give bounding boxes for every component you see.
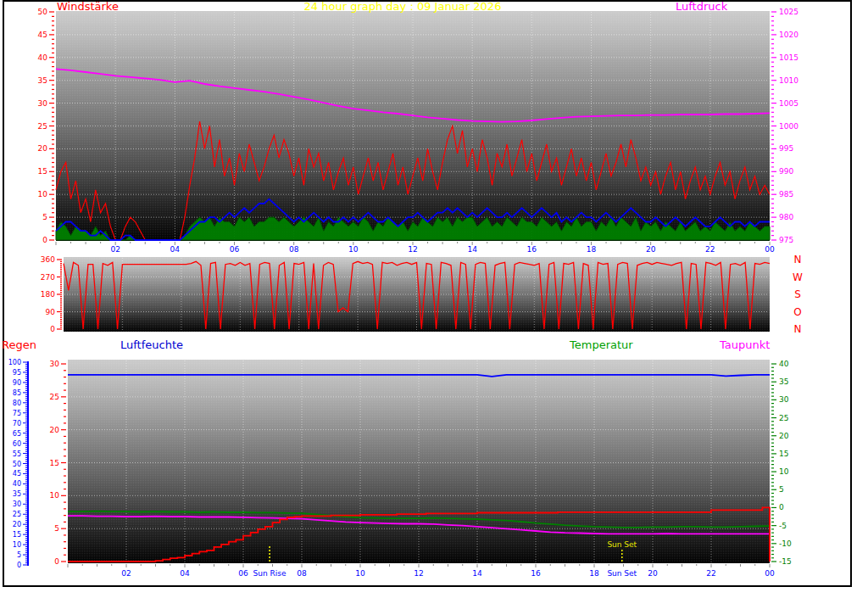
temp-axis-label: -15: [779, 557, 792, 566]
direction-axis-label: 90: [46, 308, 56, 316]
humidity-axis-label: 85: [13, 389, 21, 397]
hour-label: 04: [170, 245, 181, 254]
temp-axis-label: 15: [779, 450, 788, 458]
hour-label: 18: [587, 245, 597, 254]
hour-label: 16: [531, 569, 541, 578]
direction-axis-label: 180: [41, 290, 55, 299]
wind-axis-label: 30: [38, 99, 48, 108]
humidity-axis-label: 50: [13, 461, 21, 468]
temp-axis-label: 5: [779, 485, 784, 494]
compass-letter: N: [794, 323, 802, 335]
rain-axis-label: 25: [50, 393, 59, 401]
pressure-axis-label: 1000: [779, 122, 798, 131]
humidity-axis-label: 0: [17, 562, 21, 569]
windstaerke-label: Windstärke: [57, 1, 119, 13]
hour-label: 10: [348, 245, 359, 254]
humidity-axis-label: 25: [13, 511, 21, 518]
humidity-axis-label: 95: [13, 369, 21, 377]
sunset-axis-label: Sun Set: [607, 569, 637, 578]
temp-axis-label: 0: [779, 503, 784, 511]
charts-canvas: 5045403530252015105010251020101510101005…: [3, 0, 852, 587]
humidity-chart-bg-texture: [68, 360, 770, 563]
pressure-axis-label: 1025: [779, 8, 798, 16]
temp-axis-label: 35: [779, 377, 788, 386]
temp-axis-label: 30: [779, 395, 789, 404]
graph-title: 24 hour graph day : 09 Januar 2026: [280, 1, 526, 13]
humidity-axis-label: 15: [13, 531, 21, 539]
hour-label: 06: [238, 569, 248, 578]
hour-label: 16: [527, 245, 537, 254]
rain-axis-label: 30: [50, 360, 60, 368]
luftdruck-label: Luftdruck: [676, 1, 727, 13]
wind-axis-label: 0: [42, 236, 47, 244]
temp-axis-label: 10: [779, 467, 789, 476]
humidity-axis-label: 55: [13, 450, 21, 458]
hour-label: 20: [648, 569, 658, 578]
humidity-axis-label: 5: [17, 551, 21, 559]
hour-label: 20: [646, 245, 656, 254]
compass-letter: N: [794, 254, 802, 265]
humidity-axis-label: 10: [13, 541, 21, 549]
humidity-axis-label: 100: [8, 359, 21, 366]
compass-letter: S: [794, 288, 801, 300]
hour-label: 22: [706, 569, 715, 578]
hour-label: 12: [414, 569, 423, 578]
direction-axis-label: 360: [41, 255, 55, 264]
hour-label: 02: [121, 569, 131, 578]
hour-label: 22: [705, 245, 715, 254]
temp-axis-label: 40: [779, 360, 789, 368]
direction-axis-label: 0: [50, 325, 55, 333]
pressure-axis-label: 985: [779, 190, 793, 198]
pressure-axis-label: 990: [779, 167, 793, 176]
compass-letter: O: [793, 306, 801, 318]
hour-label: 12: [408, 245, 417, 254]
temp-axis-label: 25: [779, 414, 788, 422]
wind-axis-label: 40: [38, 53, 48, 62]
humidity-axis-label: 35: [13, 490, 21, 498]
rain-axis-label: 0: [54, 557, 59, 566]
wind-axis-label: 35: [38, 76, 47, 85]
hour-label: 02: [110, 245, 120, 254]
hour-label: 08: [297, 569, 307, 578]
rain-axis-label: 10: [50, 491, 60, 500]
humidity-axis-label: 90: [13, 379, 21, 387]
humidity-axis-label: 20: [13, 521, 21, 528]
rain-axis-label: 20: [50, 426, 60, 434]
direction-axis-label: 270: [41, 273, 55, 282]
pressure-axis-label: 975: [779, 236, 793, 244]
hour-label: 08: [289, 245, 299, 254]
sunset-chart-label: Sun Set: [607, 540, 637, 549]
humidity-axis-label: 70: [13, 420, 21, 428]
wind-axis-label: 25: [38, 122, 47, 131]
pressure-axis-label: 995: [779, 144, 793, 153]
weather-graph-window: 5045403530252015105010251020101510101005…: [0, 0, 868, 598]
pressure-axis-label: 980: [779, 213, 793, 221]
humidity-axis-label: 40: [13, 480, 21, 488]
wind-axis-label: 20: [38, 144, 48, 153]
taupunkt-label: Taupunkt: [720, 339, 770, 351]
regen-label: Regen: [2, 339, 36, 351]
humidity-axis-label: 45: [13, 470, 21, 478]
wind-axis-label: 15: [38, 167, 47, 176]
temp-axis-label: -10: [779, 539, 792, 548]
hour-label: 18: [589, 569, 599, 578]
compass-letter: W: [793, 271, 803, 283]
hour-label: 00: [765, 569, 775, 578]
humidity-axis-label: 65: [13, 430, 21, 438]
pressure-axis-label: 1020: [779, 31, 798, 39]
temperatur-label: Temperatur: [570, 339, 633, 351]
humidity-axis-label: 60: [13, 440, 21, 448]
rain-axis-label: 5: [54, 524, 59, 533]
rain-axis-label: 15: [50, 459, 59, 467]
wind-axis-label: 5: [42, 213, 47, 221]
pressure-axis-label: 1010: [779, 76, 798, 85]
hour-label: 10: [355, 569, 365, 578]
humidity-axis-label: 75: [13, 410, 21, 417]
temp-axis-label: 20: [779, 432, 789, 440]
wind-axis-label: 45: [38, 31, 47, 39]
hour-label: 14: [472, 569, 482, 578]
hour-label: 14: [467, 245, 477, 254]
hour-label: 06: [230, 245, 240, 254]
luftfeuchte-label: Luftfeuchte: [120, 339, 183, 351]
humidity-axis-label: 30: [13, 500, 21, 508]
